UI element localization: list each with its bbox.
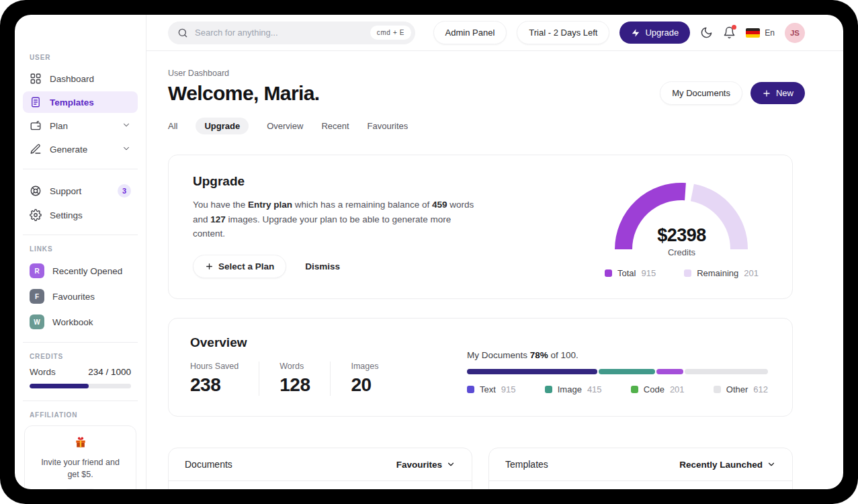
sidebar-item-settings[interactable]: Settings	[23, 204, 138, 226]
new-button-label: New	[776, 88, 793, 98]
language-selector[interactable]: En	[746, 28, 775, 38]
legend-swatch	[631, 386, 638, 393]
sidebar-link-favourites[interactable]: F Favourites	[23, 285, 138, 308]
tab-favourites[interactable]: Favourites	[368, 118, 409, 134]
upgrade-card: Upgrade You have the Entry plan which ha…	[168, 155, 793, 299]
legend-value: 612	[753, 384, 768, 394]
progress-percent: 78%	[530, 350, 548, 360]
gift-icon	[74, 435, 87, 449]
templates-filter-dropdown[interactable]: Recently Launched	[679, 460, 776, 470]
gauge-value: $2398	[607, 225, 755, 246]
legend-name: Image	[558, 384, 582, 394]
sidebar-divider	[23, 342, 138, 343]
stat-value: 238	[190, 374, 239, 396]
cards-container: Upgrade You have the Entry plan which ha…	[168, 155, 793, 489]
body-bold: Entry plan	[248, 200, 292, 210]
sidebar-item-support[interactable]: Support 3	[23, 179, 138, 202]
sidebar-divider	[23, 235, 138, 235]
admin-panel-button[interactable]: Admin Panel	[433, 21, 507, 44]
header-actions: My Documents New	[660, 81, 805, 105]
tab-recent[interactable]: Recent	[321, 118, 349, 134]
documents-card: Documents Favourites Untitled Document i…	[168, 448, 472, 489]
documents-progress-block: My Documents 78% of 100. Text 915 Image	[467, 335, 771, 396]
gauge-center: $2398 Credits	[607, 225, 755, 257]
legend-item-text: Text 915	[467, 384, 516, 394]
my-documents-button[interactable]: My Documents	[660, 81, 742, 105]
link-label: Favourites	[52, 292, 95, 302]
keyboard-shortcut-badge: cmd + E	[370, 26, 411, 40]
legend-name: Text	[480, 384, 496, 394]
tab-upgrade[interactable]: Upgrade	[196, 118, 249, 134]
trial-button[interactable]: Trial - 2 Days Left	[517, 21, 609, 44]
invite-button[interactable]: Invite	[61, 489, 99, 489]
topbar-actions: Admin Panel Trial - 2 Days Left Upgrade …	[433, 21, 805, 44]
link-initial-badge: R	[30, 263, 44, 278]
bar-segment-code	[656, 369, 683, 374]
sidebar-item-label: Plan	[50, 121, 68, 131]
sidebar-item-templates[interactable]: Templates	[23, 91, 138, 113]
gear-icon	[30, 209, 42, 221]
legend-swatch	[467, 386, 474, 393]
documents-card-title: Documents	[185, 459, 232, 470]
topbar: cmd + E Admin Panel Trial - 2 Days Left …	[146, 15, 843, 51]
filter-label: Favourites	[396, 460, 442, 470]
sidebar-divider	[23, 169, 138, 169]
user-avatar[interactable]: JS	[785, 23, 805, 43]
flag-icon	[746, 28, 760, 38]
upgrade-button-label: Upgrade	[645, 28, 679, 38]
body-bold: 459	[432, 200, 447, 210]
sidebar-link-recently-opened[interactable]: R Recently Opened	[23, 259, 138, 282]
legend-value: 415	[587, 384, 602, 394]
sidebar-item-label: Settings	[50, 210, 83, 220]
sidebar-divider	[23, 401, 138, 401]
legend-item-image: Image 415	[545, 384, 602, 394]
bar-segment-other	[685, 369, 768, 374]
sidebar-item-generate[interactable]: Generate	[23, 138, 138, 160]
body-text: images. Upgrade your plan to be able to …	[193, 214, 451, 239]
lifebuoy-icon	[30, 185, 42, 197]
credits-row: Words 234 / 1000	[23, 367, 138, 377]
stat-value: 20	[351, 374, 378, 396]
legend-item-other: Other 612	[714, 384, 768, 394]
chevron-down-icon	[767, 460, 776, 469]
body-text: You have the	[193, 200, 248, 210]
legend-name: Remaining	[697, 268, 738, 278]
stat-label: Images	[351, 362, 378, 371]
new-button[interactable]: New	[750, 82, 805, 104]
sidebar-item-plan[interactable]: Plan	[23, 115, 138, 136]
credits-value: 234 / 1000	[88, 367, 131, 377]
search-input[interactable]	[195, 28, 363, 38]
link-initial-badge: W	[30, 314, 44, 329]
sidebar-item-dashboard[interactable]: Dashboard	[23, 68, 138, 89]
legend-swatch	[545, 386, 552, 393]
document-list-item[interactable]: Untitled Document in Workbook	[169, 481, 472, 489]
chevron-down-icon	[122, 120, 131, 132]
sidebar-link-workbook[interactable]: W Workbook	[23, 310, 138, 333]
overview-title: Overview	[190, 335, 398, 350]
select-plan-button[interactable]: Select a Plan	[193, 255, 286, 278]
legend-name: Total	[617, 268, 636, 278]
credits-name: Words	[30, 367, 56, 377]
legend-swatch	[684, 269, 691, 277]
tab-overview[interactable]: Overview	[267, 118, 303, 134]
templates-card-header: Templates Recently Launched	[489, 448, 792, 481]
template-list-item[interactable]: Blog Post Title in Workbook	[489, 481, 792, 489]
stat-hours-saved: Hours Saved 238	[190, 362, 259, 396]
credits-progress-track	[30, 384, 131, 388]
app-window: USER Dashboard Templates Plan Generate S…	[15, 15, 843, 489]
dark-mode-toggle[interactable]	[700, 26, 713, 39]
overview-left: Overview Hours Saved 238 Words 128	[190, 335, 398, 396]
dismiss-button[interactable]: Dismiss	[305, 261, 340, 271]
tab-all[interactable]: All	[168, 118, 177, 134]
overview-stats: Hours Saved 238 Words 128 Images 20	[190, 362, 398, 396]
upgrade-button[interactable]: Upgrade	[619, 22, 690, 44]
legend-value: 915	[641, 268, 656, 278]
body-text: which has a remaining balance of	[292, 200, 432, 210]
search-bar[interactable]: cmd + E	[168, 22, 415, 44]
body-bold: 127	[210, 214, 226, 224]
templates-card: Templates Recently Launched Blog Post Ti…	[488, 448, 793, 489]
upgrade-card-body: You have the Entry plan which has a rema…	[193, 198, 483, 241]
notifications-button[interactable]	[723, 26, 736, 39]
documents-filter-dropdown[interactable]: Favourites	[396, 460, 456, 470]
page-header: Welcome, Maria. My Documents New	[168, 81, 805, 105]
